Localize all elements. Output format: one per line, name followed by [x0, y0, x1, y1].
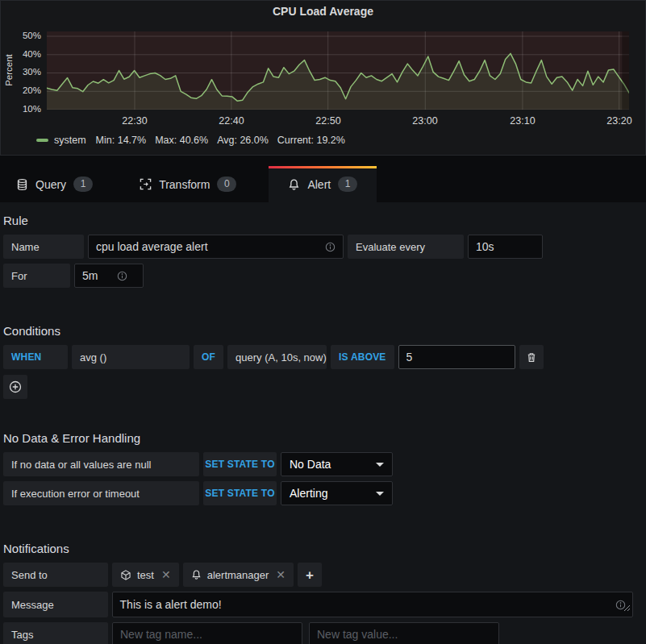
plus-icon: + [306, 568, 314, 582]
tab-query-count: 1 [73, 177, 93, 192]
rule-row-1: Name Evaluate every [3, 235, 633, 259]
alert-tab-content: Rule Name Evaluate every For Cond [0, 202, 646, 644]
evaluate-every-input[interactable] [469, 240, 542, 253]
resize-grip[interactable] [623, 600, 631, 615]
cube-icon [120, 569, 131, 581]
threshold-input[interactable] [399, 351, 515, 364]
recipient-chip-test: test ✕ [112, 563, 179, 587]
when-label: WHEN [3, 345, 68, 369]
for-field[interactable] [74, 264, 144, 288]
recipient-name: alertmanager [207, 569, 269, 581]
tab-transform[interactable]: Transform 0 [125, 166, 251, 202]
cpu-load-chart[interactable] [47, 31, 629, 110]
condition-row: WHEN avg () OF query (A, 10s, now) IS AB… [3, 345, 633, 369]
rule-heading: Rule [3, 214, 633, 227]
graph-panel: CPU Load Average 50% 40% 30% 20% 10% Per… [0, 0, 646, 156]
chart-svg [47, 31, 629, 110]
tab-query-label: Query [35, 178, 66, 191]
aggregation-selector[interactable]: avg () [72, 345, 190, 369]
chevron-down-icon [376, 463, 384, 467]
tag-name-field[interactable] [112, 622, 302, 644]
trash-icon [526, 351, 537, 364]
query-part-selector[interactable]: query (A, 10s, now) [227, 345, 327, 369]
error-handling-row: If execution error or timeout SET STATE … [3, 481, 633, 505]
tab-alert-count: 1 [338, 177, 357, 192]
no-data-state-select[interactable]: No Data [281, 452, 393, 476]
error-state-select[interactable]: Alerting [281, 481, 393, 505]
send-to-row: Send to test ✕ alertmanager ✕ + [3, 563, 633, 587]
tab-alert-label: Alert [307, 178, 331, 191]
tag-name-input[interactable] [113, 628, 302, 641]
x-tick-2300: 23:00 [407, 115, 443, 127]
info-icon [325, 242, 336, 252]
chart-legend: system Min: 14.7% Max: 40.6% Avg: 26.0% … [36, 135, 354, 146]
close-icon[interactable]: ✕ [161, 568, 171, 581]
threshold-field[interactable] [398, 345, 515, 369]
tags-row: Tags [3, 622, 633, 644]
message-label: Message [3, 592, 108, 617]
legend-stat-max: Max: 40.6% [155, 135, 208, 146]
alert-name-field[interactable] [88, 235, 344, 259]
no-data-heading: No Data & Error Handling [3, 431, 633, 445]
tab-transform-count: 0 [217, 177, 236, 192]
rule-row-2: For [3, 264, 633, 288]
legend-series-name[interactable]: system [54, 135, 86, 146]
x-tick-2250: 22:50 [310, 115, 346, 127]
tab-alert[interactable]: Alert 1 [269, 166, 377, 202]
no-data-label: If no data or all values are null [3, 452, 199, 476]
database-icon [16, 178, 28, 191]
legend-stat-current: Current: 19.2% [277, 135, 345, 146]
message-textarea[interactable] [113, 592, 632, 617]
tab-query[interactable]: Query 1 [2, 166, 107, 202]
for-label: For [3, 264, 70, 288]
legend-stat-avg: Avg: 26.0% [217, 135, 269, 146]
error-state-value: Alerting [290, 487, 327, 500]
operator-selector[interactable]: IS ABOVE [331, 345, 394, 369]
no-data-row: If no data or all values are null SET ST… [3, 452, 633, 476]
message-row: Message [3, 592, 633, 617]
execution-error-label: If execution error or timeout [3, 481, 199, 505]
chevron-down-icon [376, 492, 384, 496]
set-state-label: SET STATE TO [203, 452, 277, 476]
add-condition-row [3, 375, 633, 399]
x-tick-2310: 23:10 [505, 115, 540, 127]
y-tick-50: 50% [6, 31, 41, 42]
tag-value-field[interactable] [309, 622, 499, 644]
editor-tabbar: Query 1 Transform 0 Alert 1 [0, 166, 646, 202]
x-tick-2320: 23:20 [602, 115, 637, 127]
bell-icon [191, 569, 202, 580]
legend-stat-min: Min: 14.7% [96, 135, 147, 146]
evaluate-every-field[interactable] [468, 235, 543, 259]
no-data-state-value: No Data [290, 458, 331, 471]
legend-color-swatch [36, 139, 48, 142]
x-tick-2240: 22:40 [214, 115, 249, 127]
of-label: OF [194, 345, 223, 369]
evaluate-every-label: Evaluate every [348, 235, 464, 259]
plus-circle-icon [9, 380, 22, 393]
set-state-label: SET STATE TO [203, 481, 277, 505]
info-icon [117, 271, 127, 281]
name-label: Name [3, 235, 84, 259]
conditions-heading: Conditions [3, 324, 633, 338]
bell-icon [288, 178, 300, 191]
y-tick-10: 10% [6, 104, 41, 115]
y-axis-title: Percent [4, 42, 14, 98]
alert-name-input[interactable] [89, 240, 343, 253]
delete-condition-button[interactable] [519, 345, 544, 369]
transform-icon [140, 178, 152, 190]
tags-label: Tags [3, 622, 108, 644]
add-condition-button[interactable] [3, 375, 27, 399]
tag-value-input[interactable] [310, 628, 498, 641]
recipient-chip-alertmanager: alertmanager ✕ [183, 563, 294, 587]
tab-transform-label: Transform [159, 178, 210, 191]
notifications-heading: Notifications [3, 542, 633, 555]
close-icon[interactable]: ✕ [276, 568, 285, 581]
send-to-label: Send to [3, 563, 108, 587]
panel-title[interactable]: CPU Load Average [1, 5, 645, 18]
message-field[interactable] [112, 592, 633, 617]
x-tick-2230: 22:30 [117, 115, 152, 127]
add-recipient-button[interactable]: + [298, 563, 322, 587]
for-input[interactable] [75, 269, 143, 282]
recipient-name: test [137, 569, 154, 581]
